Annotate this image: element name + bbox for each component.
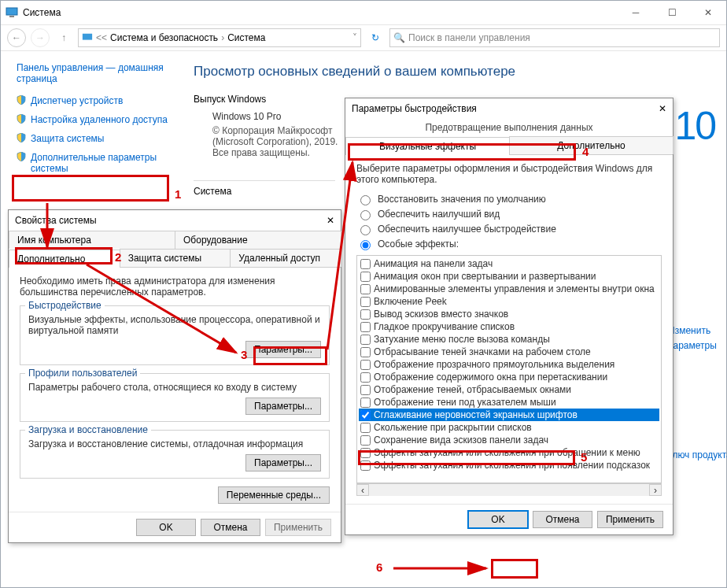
radio-input[interactable]: [360, 225, 371, 235]
checkbox-input[interactable]: [360, 284, 371, 294]
scroll-right-icon[interactable]: ›: [649, 484, 662, 496]
checkbox-row[interactable]: Отображение содержимого окна при перетас…: [359, 371, 659, 383]
tab[interactable]: Защита системы: [120, 249, 231, 267]
radio-input[interactable]: [360, 210, 371, 220]
checkbox-row[interactable]: Эффекты затухания или скольжения при обр…: [359, 446, 659, 459]
sidebar-home-link[interactable]: Панель управления — домашняя страница: [17, 62, 170, 84]
performance-options-dialog: Параметры быстродействия ✕ Предотвращени…: [345, 98, 673, 535]
checkbox-input[interactable]: [360, 460, 371, 471]
checkbox-row[interactable]: Отображение тени под указателем мыши: [359, 396, 659, 409]
tab[interactable]: Дополнительно: [509, 136, 673, 154]
sidebar-item[interactable]: Настройка удаленного доступа: [17, 114, 170, 125]
callout-1: 1: [175, 187, 181, 201]
tab[interactable]: Удаленный доступ: [230, 249, 341, 267]
ok-button[interactable]: OK: [468, 511, 528, 528]
checkbox-input[interactable]: [360, 398, 371, 408]
checkbox-input[interactable]: [360, 322, 371, 332]
checkbox-input[interactable]: [360, 410, 371, 420]
checkbox-input[interactable]: [360, 372, 371, 383]
checkbox-row[interactable]: Анимированные элементы управления и элем…: [359, 283, 659, 295]
related-links[interactable]: Изменить параметры ключ продукта: [668, 324, 715, 464]
env-vars-button[interactable]: Переменные среды...: [218, 486, 330, 504]
radio-option[interactable]: Восстановить значения по умолчанию: [356, 193, 662, 205]
checkbox-row[interactable]: Включение Peek: [359, 295, 659, 308]
group-desc: Загрузка и восстановление системы, отлад…: [28, 438, 321, 449]
apply-button[interactable]: Применить: [265, 519, 331, 536]
forward-button[interactable]: →: [31, 28, 50, 47]
checkbox-row[interactable]: Анимация на панели задач: [359, 257, 659, 270]
radio-option[interactable]: Обеспечить наилучшее быстродействие: [356, 223, 662, 235]
related-link[interactable]: Изменить: [668, 324, 715, 338]
dropdown-icon[interactable]: ˅: [352, 32, 357, 43]
group-title: Быстродействие: [25, 300, 105, 311]
svg-rect-0: [6, 8, 17, 15]
apply-button[interactable]: Применить: [597, 511, 663, 528]
address-bar: ← → ↑ << Система и безопасность › Систем…: [1, 24, 726, 51]
checkbox-input[interactable]: [360, 335, 371, 345]
checkbox-row[interactable]: Скольжение при раскрытии списков: [359, 421, 659, 434]
search-input[interactable]: 🔍 Поиск в панели управления: [389, 28, 720, 47]
checkbox-row[interactable]: Вывод эскизов вместо значков: [359, 308, 659, 320]
checkbox-row[interactable]: Сглаживание неровностей экранных шрифтов: [359, 409, 659, 421]
checkbox-row[interactable]: Эффекты затухания или скольжения при поя…: [359, 459, 659, 472]
cancel-button[interactable]: Отмена: [533, 511, 592, 528]
checkbox-row[interactable]: Гладкое прокручивание списков: [359, 320, 659, 333]
sidebar-item[interactable]: Диспетчер устройств: [17, 95, 170, 106]
callout-2: 2: [115, 250, 121, 264]
minimize-button[interactable]: ─: [618, 1, 654, 24]
tab[interactable]: Визуальные эффекты: [345, 137, 510, 155]
related-link[interactable]: параметры: [668, 338, 715, 353]
back-button[interactable]: ←: [7, 28, 26, 47]
cancel-button[interactable]: Отмена: [201, 519, 260, 536]
profiles-params-button[interactable]: Параметры...: [245, 398, 321, 415]
breadcrumb-level1[interactable]: Система и безопасность: [110, 32, 218, 43]
group-title: Профили пользователей: [25, 368, 140, 379]
effects-checklist[interactable]: Анимация на панели задачАнимация окон пр…: [356, 255, 662, 483]
sidebar-item[interactable]: Защита системы: [17, 133, 170, 144]
admin-note: Необходимо иметь права администратора дл…: [20, 276, 330, 298]
group-desc: Параметры рабочего стола, относящиеся ко…: [28, 382, 321, 393]
ok-button[interactable]: OK: [136, 519, 196, 536]
profiles-group: Профили пользователей Параметры рабочего…: [20, 373, 330, 422]
checkbox-input[interactable]: [360, 347, 371, 357]
breadcrumb[interactable]: << Система и безопасность › Система ˅: [78, 28, 361, 47]
checkbox-input[interactable]: [360, 448, 371, 458]
shield-icon: [17, 133, 26, 142]
related-link[interactable]: ключ продукта: [668, 448, 715, 463]
refresh-button[interactable]: ↻: [366, 28, 385, 47]
tabs-row: Визуальные эффектыДополнительно: [345, 136, 673, 155]
checkbox-input[interactable]: [360, 385, 371, 395]
checkbox-row[interactable]: Отображение теней, отбрасываемых окнами: [359, 383, 659, 396]
checkbox-row[interactable]: Отображение прозрачного прямоугольника в…: [359, 358, 659, 371]
breadcrumb-level2[interactable]: Система: [227, 32, 265, 43]
checkbox-input[interactable]: [360, 272, 371, 282]
radio-input[interactable]: [360, 195, 371, 205]
radio-option[interactable]: Обеспечить наилучший вид: [356, 208, 662, 220]
checkbox-input[interactable]: [360, 259, 371, 269]
close-icon[interactable]: ✕: [659, 103, 666, 114]
tab[interactable]: Имя компьютера: [9, 231, 175, 249]
performance-params-button[interactable]: Параметры...: [245, 341, 321, 358]
close-button[interactable]: ✕: [690, 1, 726, 24]
scroll-left-icon[interactable]: ‹: [356, 484, 369, 496]
checkbox-row[interactable]: Сохранение вида эскизов панели задач: [359, 434, 659, 446]
up-button[interactable]: ↑: [54, 28, 73, 47]
tab[interactable]: Дополнительно: [9, 250, 120, 268]
maximize-button[interactable]: ☐: [654, 1, 690, 24]
checkbox-input[interactable]: [360, 309, 371, 320]
radio-option[interactable]: Особые эффекты:: [356, 238, 662, 250]
radio-input[interactable]: [360, 240, 371, 250]
checkbox-row[interactable]: Отбрасывание теней значками на рабочем с…: [359, 346, 659, 358]
checkbox-input[interactable]: [360, 360, 371, 370]
checkbox-input[interactable]: [360, 423, 371, 433]
checkbox-input[interactable]: [360, 435, 371, 446]
svg-rect-1: [9, 16, 14, 17]
sidebar-item[interactable]: Дополнительные параметры системы: [17, 152, 170, 174]
checkbox-row[interactable]: Анимация окон при свертывании и разверты…: [359, 270, 659, 283]
tab[interactable]: Оборудование: [175, 231, 341, 249]
horizontal-scrollbar[interactable]: ‹ ›: [356, 483, 662, 496]
checkbox-input[interactable]: [360, 297, 371, 307]
close-icon[interactable]: ✕: [327, 215, 334, 226]
boot-params-button[interactable]: Параметры...: [245, 454, 321, 472]
checkbox-row[interactable]: Затухание меню после вызова команды: [359, 333, 659, 346]
